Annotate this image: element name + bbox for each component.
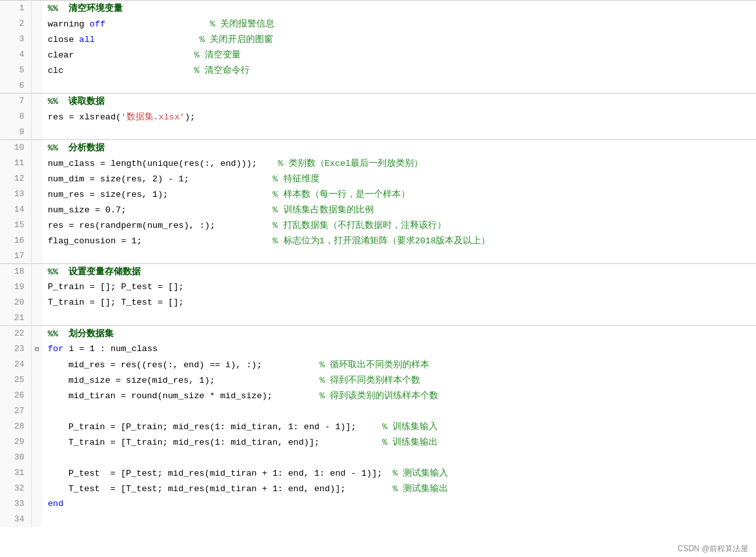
fold-indicator xyxy=(31,465,43,481)
line-number: 25 xyxy=(0,372,31,388)
line-number: 7 xyxy=(0,94,31,109)
fold-indicator xyxy=(31,47,43,63)
code-token: % 标志位为1，打开混淆矩阵（要求2018版本及以上） xyxy=(272,236,490,246)
fold-indicator xyxy=(31,419,43,434)
code-line: P_test = [P_test; mid_res(mid_tiran + 1:… xyxy=(43,465,756,481)
code-token: % 类别数（Excel最后一列放类别） xyxy=(278,159,423,168)
code-token: off xyxy=(90,19,105,29)
fold-indicator xyxy=(31,403,43,419)
line-number: 18 xyxy=(0,264,31,279)
fold-indicator xyxy=(31,125,43,140)
code-token: T_train = [T_train; mid_res(1: mid_tiran… xyxy=(68,438,382,447)
line-number: 13 xyxy=(0,187,31,202)
line-number: 30 xyxy=(0,450,31,465)
fold-indicator xyxy=(31,140,43,156)
code-token: res = res(randperm(num_res), :); xyxy=(48,221,272,230)
code-token: % 循环取出不同类别的样本 xyxy=(320,360,429,370)
code-token: warning xyxy=(48,19,90,29)
code-token: %% 清空环境变量 xyxy=(48,4,123,14)
fold-indicator xyxy=(31,233,43,248)
code-line: P_train = []; P_test = []; xyxy=(43,279,756,295)
code-token xyxy=(95,35,199,45)
code-token: mid_size = size(mid_res, 1); xyxy=(68,376,320,385)
code-token: P_test = [P_test; mid_res(mid_tiran + 1:… xyxy=(68,469,393,478)
line-number: 23 xyxy=(0,341,31,357)
fold-indicator xyxy=(31,187,43,202)
code-token: clear xyxy=(48,50,194,60)
code-line: close all % 关闭开启的图窗 xyxy=(43,32,756,47)
code-line: num_class = length(unique(res(:, end)));… xyxy=(43,156,756,171)
fold-indicator xyxy=(31,156,43,171)
fold-indicator xyxy=(31,16,43,32)
code-line: T_train = []; T_test = []; xyxy=(43,295,756,310)
code-line: num_size = 0.7; % 训练集占数据集的比例 xyxy=(43,202,756,218)
code-token: %% 读取数据 xyxy=(48,97,105,106)
code-line: end xyxy=(43,496,756,512)
line-number: 4 xyxy=(0,47,31,63)
code-token: for xyxy=(48,344,63,354)
line-number: 6 xyxy=(0,78,31,94)
code-line: flag_conusion = 1; % 标志位为1，打开混淆矩阵（要求2018… xyxy=(43,233,756,248)
fold-indicator xyxy=(31,248,43,264)
fold-indicator xyxy=(31,326,43,341)
fold-indicator xyxy=(31,512,43,527)
line-number: 22 xyxy=(0,326,31,341)
line-number: 26 xyxy=(0,388,31,403)
code-token: % 样本数（每一行，是一个样本） xyxy=(272,190,409,199)
code-token: %% 划分数据集 xyxy=(48,329,114,339)
line-number: 24 xyxy=(0,357,31,372)
code-line: clear % 清空变量 xyxy=(43,47,756,63)
fold-indicator xyxy=(31,171,43,187)
line-number: 28 xyxy=(0,419,31,434)
fold-indicator xyxy=(31,434,43,450)
code-token: % 打乱数据集（不打乱数据时，注释该行） xyxy=(272,221,445,230)
code-token: % 特征维度 xyxy=(272,174,319,184)
code-line xyxy=(43,512,756,527)
code-token: % 测试集输出 xyxy=(393,484,448,494)
code-line: mid_tiran = round(num_size * mid_size); … xyxy=(43,388,756,403)
code-token: num_res = size(res, 1); xyxy=(48,190,272,199)
line-number: 5 xyxy=(0,63,31,78)
fold-indicator xyxy=(31,310,43,326)
code-token: num_dim = size(res, 2) - 1; xyxy=(48,174,272,184)
code-token: end xyxy=(48,499,63,509)
footer-label: CSDN @前程算法屋 xyxy=(677,543,748,554)
code-token: res = xlsread( xyxy=(48,112,121,122)
code-token xyxy=(105,19,210,29)
fold-indicator xyxy=(31,279,43,295)
fold-indicator xyxy=(31,388,43,403)
fold-indicator xyxy=(31,109,43,125)
code-token: mid_res = res((res(:, end) == i), :); xyxy=(68,360,320,370)
line-number: 11 xyxy=(0,156,31,171)
code-line: %% 设置变量存储数据 xyxy=(43,264,756,279)
line-number: 15 xyxy=(0,218,31,233)
line-number: 12 xyxy=(0,171,31,187)
fold-indicator[interactable]: ⊟ xyxy=(31,341,43,357)
line-number: 33 xyxy=(0,496,31,512)
code-line: %% 分析数据 xyxy=(43,140,756,156)
line-number: 34 xyxy=(0,512,31,527)
code-token: close xyxy=(48,35,79,45)
fold-indicator xyxy=(31,357,43,372)
line-number: 1 xyxy=(0,1,31,16)
code-line xyxy=(43,78,756,94)
code-token: P_train = [P_train; mid_res(1: mid_tiran… xyxy=(68,422,382,432)
line-number: 29 xyxy=(0,434,31,450)
code-line: clc % 清空命令行 xyxy=(43,63,756,78)
code-token: clc xyxy=(48,66,194,76)
fold-indicator xyxy=(31,450,43,465)
line-number: 20 xyxy=(0,295,31,310)
code-line: %% 清空环境变量 xyxy=(43,1,756,16)
line-number: 21 xyxy=(0,310,31,326)
code-line: %% 读取数据 xyxy=(43,94,756,109)
line-number: 31 xyxy=(0,465,31,481)
code-token: %% 设置变量存储数据 xyxy=(48,267,141,277)
code-table: 1%% 清空环境变量2warning off % 关闭报警信息3close al… xyxy=(0,0,756,527)
fold-indicator xyxy=(31,32,43,47)
fold-indicator xyxy=(31,218,43,233)
code-token: % 得到不同类别样本个数 xyxy=(320,376,420,385)
code-token: num_class = length(unique(res(:, end))); xyxy=(48,159,278,168)
line-number: 14 xyxy=(0,202,31,218)
code-line: T_test = [T_test; mid_res(mid_tiran + 1:… xyxy=(43,481,756,496)
code-line: num_res = size(res, 1); % 样本数（每一行，是一个样本） xyxy=(43,187,756,202)
